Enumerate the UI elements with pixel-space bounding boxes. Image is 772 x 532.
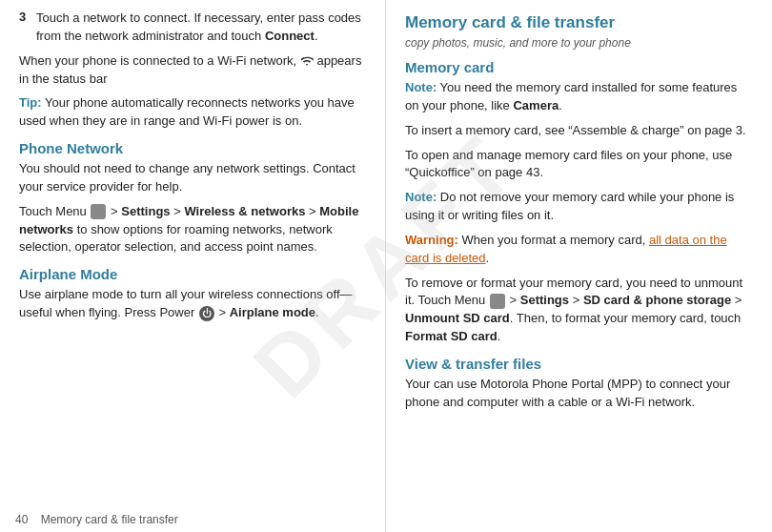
note1-label: Note:	[405, 80, 437, 94]
view-transfer-heading: View & transfer files	[405, 356, 753, 372]
memory-card-para1: To insert a memory card, see “Assemble &…	[405, 122, 753, 140]
wifi-icon	[300, 54, 314, 68]
step3-text: Touch a network to connect. If necessary…	[36, 10, 366, 46]
airplane-mode-para: Use airplane mode to turn all your wirel…	[19, 286, 366, 322]
sub-heading: copy photos, music, and more to your pho…	[405, 36, 753, 50]
left-column: 3 Touch a network to connect. If necessa…	[0, 0, 386, 532]
tip-label: Tip:	[19, 95, 42, 110]
power-icon: ⏻	[199, 306, 214, 321]
page-footer: 40 Memory card & file transfer	[15, 513, 178, 526]
main-heading: Memory card & file transfer	[405, 13, 753, 32]
tip-paragraph: Tip: Your phone automatically reconnects…	[19, 94, 366, 131]
phone-network-heading: Phone Network	[19, 140, 366, 156]
wifi-note: When your phone is connected to a Wi-Fi …	[19, 52, 366, 89]
right-column: Memory card & file transfer copy photos,…	[386, 0, 772, 532]
memory-card-para2: To open and manage memory card files on …	[405, 147, 753, 183]
memory-card-para3: To remove or format your memory card, yo…	[405, 275, 753, 346]
memory-card-heading: Memory card	[405, 59, 753, 75]
memory-card-note2: Note: Do not remove your memory card whi…	[405, 189, 753, 225]
menu-icon-1	[91, 204, 106, 219]
footer-page-label: Memory card & file transfer	[41, 513, 178, 526]
step3: 3 Touch a network to connect. If necessa…	[19, 10, 366, 52]
phone-network-para1: You should not need to change any networ…	[19, 160, 366, 196]
step3-num: 3	[19, 10, 32, 52]
note2-label: Note:	[405, 190, 437, 204]
phone-network-para2: Touch Menu > Settings > Wireless & netwo…	[19, 203, 366, 257]
memory-card-warning: Warning: When you format a memory card, …	[405, 232, 753, 268]
warning-label: Warning:	[405, 233, 458, 247]
page-container: DRAFT 3 Touch a network to connect. If n…	[0, 0, 772, 532]
footer-page-number: 40	[15, 513, 28, 526]
view-transfer-para: Your can use Motorola Phone Portal (MPP)…	[405, 376, 753, 412]
menu-icon-2	[490, 294, 505, 309]
airplane-mode-heading: Airplane Mode	[19, 266, 366, 282]
memory-card-note1: Note: You need the memory card installed…	[405, 79, 753, 115]
